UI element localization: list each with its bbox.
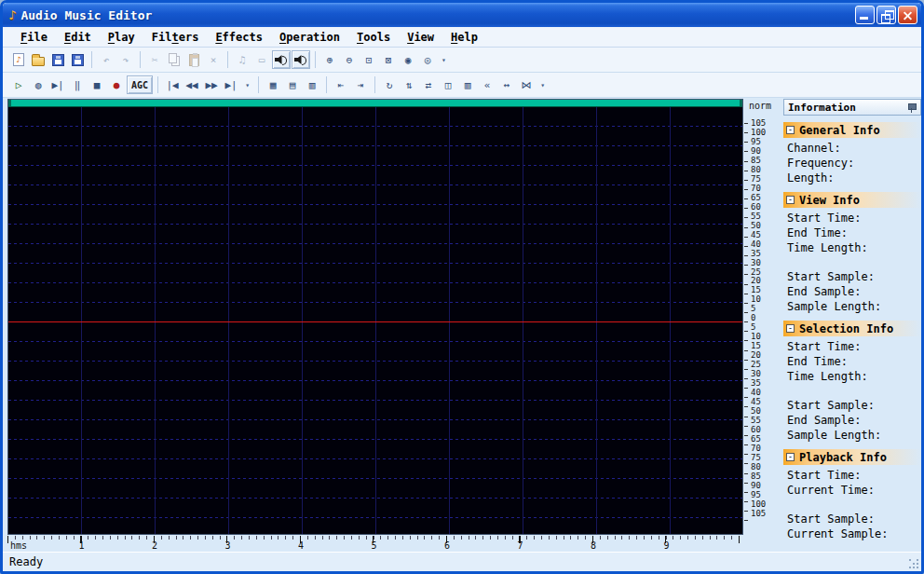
v-ruler-value: 95 xyxy=(751,138,766,146)
menu-play[interactable]: Play xyxy=(100,29,143,46)
open-folder-button[interactable] xyxy=(29,50,48,69)
pin-icon[interactable] xyxy=(907,102,917,114)
v-ruler-value: 45 xyxy=(751,398,766,406)
mute-button[interactable]: « xyxy=(478,75,496,94)
amplitude-ruler[interactable]: norm 10510095908580757065605550454035302… xyxy=(744,99,781,535)
restore-button[interactable] xyxy=(876,6,896,24)
section-header-playback-info[interactable]: -Playback Info xyxy=(783,449,921,465)
section-header-selection-info[interactable]: -Selection Info xyxy=(783,321,921,336)
go-start-button[interactable]: |◀ xyxy=(163,75,182,94)
menu-help[interactable]: Help xyxy=(442,29,486,46)
cut-button[interactable]: ✂ xyxy=(145,50,164,69)
reverse-button[interactable]: ⇄ xyxy=(419,75,438,94)
rewind-button[interactable]: ◀◀ xyxy=(183,75,201,94)
menu-operation[interactable]: Operation xyxy=(271,29,348,46)
play-button[interactable]: ▷ xyxy=(9,75,28,94)
zoom-full-button[interactable]: ⊠ xyxy=(379,50,398,69)
undo-button[interactable]: ↶ xyxy=(97,50,116,69)
time-ruler[interactable]: hms 123456789 xyxy=(7,536,743,551)
v-ruler-value: 20 xyxy=(751,351,766,360)
save-button[interactable] xyxy=(48,50,67,69)
waveform-canvas[interactable] xyxy=(8,107,742,534)
resize-grip-icon[interactable] xyxy=(907,557,918,568)
toolbar-separator xyxy=(374,76,375,93)
section-title: Selection Info xyxy=(799,322,893,335)
section-title: Playback Info xyxy=(799,451,887,464)
trim-button[interactable]: ▭ xyxy=(252,50,271,69)
standard-overflow-button[interactable]: ▾ xyxy=(438,50,450,69)
pause-icon: ‖ xyxy=(75,79,81,91)
v-ruler-value: 15 xyxy=(751,342,766,350)
stop-button[interactable]: ■ xyxy=(88,75,106,94)
agc-toggle-button[interactable]: AGC xyxy=(127,75,153,94)
channel-view-button[interactable]: ◫ xyxy=(439,75,457,94)
collapse-icon[interactable]: - xyxy=(786,324,795,333)
zoom-out-button[interactable]: ⊖ xyxy=(340,50,359,69)
play-all-button[interactable]: ◍ xyxy=(29,75,48,94)
agc-toggle-icon: AGC xyxy=(131,80,148,90)
rewind-icon: ◀◀ xyxy=(185,79,197,91)
collapse-icon[interactable]: - xyxy=(786,453,795,461)
collapse-icon[interactable]: - xyxy=(786,196,795,204)
pause-button[interactable]: ‖ xyxy=(68,75,87,94)
toolbar-separator xyxy=(157,76,158,93)
playback-overflow-2-button[interactable]: ▾ xyxy=(537,75,549,94)
section-title: General Info xyxy=(799,124,880,137)
menu-tools[interactable]: Tools xyxy=(348,29,399,46)
toolbar-separator xyxy=(140,51,141,68)
menu-edit[interactable]: Edit xyxy=(56,29,100,46)
v-ruler-value: 5 xyxy=(751,323,766,332)
save-as-icon xyxy=(72,54,84,66)
menu-file[interactable]: File xyxy=(12,29,56,46)
title-bar[interactable]: ♪ Audio Music Editor xyxy=(3,3,921,27)
snap-start-button[interactable]: ⇤ xyxy=(332,75,350,94)
close-button[interactable] xyxy=(898,6,917,24)
menu-view[interactable]: View xyxy=(399,29,442,46)
spectrum-view-button[interactable]: ▥ xyxy=(458,75,477,94)
snap-end-button[interactable]: ⇥ xyxy=(351,75,370,94)
section-header-general-info[interactable]: -General Info xyxy=(783,122,921,138)
section-header-view-info[interactable]: -View Info xyxy=(783,192,921,208)
collapse-icon[interactable]: - xyxy=(786,126,795,134)
menu-filters[interactable]: Filters xyxy=(143,29,208,46)
loop-button[interactable]: ↻ xyxy=(380,75,399,94)
toolbar-separator xyxy=(326,76,327,93)
minimize-button[interactable] xyxy=(855,6,875,24)
delete-button[interactable]: × xyxy=(204,50,223,69)
crossfade-button[interactable]: ⋈ xyxy=(517,75,536,94)
h-ruler-toggle-button[interactable]: ▤ xyxy=(283,75,302,94)
waveform-area[interactable] xyxy=(7,99,743,535)
v-ruler-toggle-button[interactable]: ▥ xyxy=(303,75,321,94)
save-icon xyxy=(52,54,64,66)
overview-position-bar[interactable] xyxy=(8,100,742,107)
zoom-vertical-out-button[interactable]: ◎ xyxy=(418,50,437,69)
swap-channels-button[interactable]: ⇅ xyxy=(400,75,418,94)
zoom-in-button[interactable]: ⊕ xyxy=(320,50,339,69)
time-ruler-mark: 2 xyxy=(152,540,157,551)
v-ruler-value: 85 xyxy=(751,157,766,165)
time-ruler-mark: 8 xyxy=(591,540,596,551)
mix-paste-button[interactable]: ♫ xyxy=(233,50,251,69)
zoom-selection-button[interactable]: ⊡ xyxy=(360,50,378,69)
playback-overflow-button[interactable]: ▾ xyxy=(241,75,253,94)
open-audio-button[interactable]: ♪ xyxy=(9,50,28,69)
grid-toggle-button[interactable]: ▦ xyxy=(264,75,282,94)
paste-button[interactable] xyxy=(184,50,203,69)
fast-forward-button[interactable]: ▶▶ xyxy=(202,75,221,94)
zoom-vertical-in-button[interactable]: ◉ xyxy=(399,50,417,69)
save-as-button[interactable] xyxy=(68,50,87,69)
toolbar-standard: ♪↶↷✂×♫▭⊕⊖⊡⊠◉◎▾ xyxy=(3,48,921,73)
group-gap xyxy=(783,498,921,512)
play-to-end-button[interactable]: ▶| xyxy=(48,75,67,94)
menubar: FileEditPlayFiltersEffectsOperationTools… xyxy=(3,27,921,48)
left-channel-toggle-button[interactable] xyxy=(272,50,291,69)
record-button[interactable]: ● xyxy=(107,75,126,94)
right-channel-toggle-button[interactable] xyxy=(292,50,310,69)
menu-effects[interactable]: Effects xyxy=(207,29,271,46)
go-end-button[interactable]: ▶| xyxy=(222,75,240,94)
stretch-button[interactable]: ↔ xyxy=(497,75,516,94)
copy-button[interactable] xyxy=(165,50,183,69)
zoom-selection-icon: ⊡ xyxy=(366,54,373,66)
redo-button[interactable]: ↷ xyxy=(116,50,135,69)
v-ruler-value: 40 xyxy=(751,240,766,249)
